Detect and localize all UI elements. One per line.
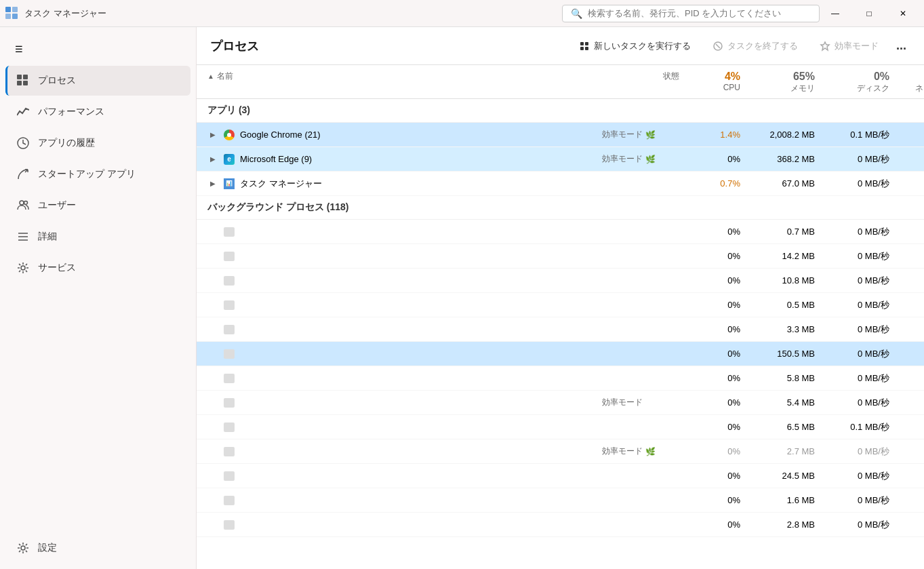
efficiency-mode-button[interactable]: 効率モード (811, 36, 887, 56)
process-table[interactable]: ▲ 名前 状態 4% CPU 65% メモリ 0% ディスク (197, 65, 924, 569)
table-row[interactable]: 効率モード 0% 5.4 MB 0 MB/秒 0 Mbps (197, 391, 924, 415)
table-row[interactable]: 0% 10.8 MB 0 MB/秒 0 Mbps (197, 269, 924, 293)
sidebar-item-services[interactable]: サービス (5, 253, 190, 283)
maximize-button[interactable]: □ (853, 3, 885, 24)
table-row[interactable]: 0% 0.7 MB 0 MB/秒 0 Mbps (197, 220, 924, 244)
end-task-button[interactable]: タスクを終了する (704, 36, 806, 56)
network-column-header[interactable]: 0% ネットワーク (895, 65, 924, 98)
chrome-process-name: Google Chrome (21) (240, 130, 321, 140)
tm-memory-val: 67.0 MB (746, 178, 820, 189)
tm-expand-button[interactable]: ▶ (207, 178, 218, 189)
chrome-status-cell: 効率モード 🌿 (597, 129, 685, 140)
sort-up-icon: ▲ (207, 73, 214, 80)
bg-name-cell-4 (197, 322, 597, 337)
edge-expand-button[interactable]: ▶ (207, 154, 218, 165)
content-header: プロセス 新しいタスクを実行する タスクを終了する 効率モード ... (197, 27, 924, 65)
disk-column-header[interactable]: 0% ディスク (820, 65, 895, 98)
tm-disk-val: 0 MB/秒 (820, 178, 895, 190)
bg-disk-val-0: 0 MB/秒 (820, 226, 895, 238)
tm-process-name: タスク マネージャー (240, 178, 322, 190)
sidebar-item-performance[interactable]: パフォーマンス (5, 97, 190, 127)
new-task-label: 新しいタスクを実行する (594, 40, 691, 52)
edge-name-cell: ▶ e Microsoft Edge (9) (197, 151, 597, 168)
status-col-label: 状態 (663, 71, 679, 82)
app-icon (5, 7, 19, 20)
sidebar-item-history[interactable]: アプリの履歴 (5, 128, 190, 158)
users-label: ユーザー (38, 199, 76, 212)
name-column-header[interactable]: ▲ 名前 (197, 65, 597, 98)
sidebar-item-settings[interactable]: 設定 (5, 533, 190, 563)
minimize-button[interactable]: — (820, 3, 851, 24)
new-task-button[interactable]: 新しいタスクを実行する (571, 36, 699, 56)
table-row[interactable]: 0% 0.5 MB 0 MB/秒 0 Mbps (197, 293, 924, 317)
page-title: プロセス (210, 38, 571, 54)
window-controls: — □ ✕ (820, 3, 919, 24)
edge-cpu-val: 0% (685, 154, 746, 164)
bg-network-val-10: 0 Mbps (895, 471, 924, 481)
bg-disk-val-7: 0 MB/秒 (820, 397, 895, 409)
startup-icon (16, 168, 30, 181)
bg-cpu-val-5: 0% (685, 349, 746, 359)
table-row[interactable]: 0% 150.5 MB 0 MB/秒 0 Mbps (197, 342, 924, 366)
table-row[interactable]: 0% 3.3 MB 0 MB/秒 0 Mbps (197, 317, 924, 342)
more-options-button[interactable]: ... (892, 35, 910, 57)
startup-label: スタートアップ アプリ (38, 168, 136, 180)
bg-cpu-val-9: 0% (685, 446, 746, 456)
network-label: ネットワーク (915, 83, 924, 94)
bg-disk-val-6: 0 MB/秒 (820, 372, 895, 385)
table-row[interactable]: 0% 6.5 MB 0.1 MB/秒 0 Mbps (197, 415, 924, 439)
efficiency-icon (820, 41, 830, 52)
bg-name-cell-2 (197, 273, 597, 288)
hamburger-menu-button[interactable]: ☰ (5, 35, 33, 62)
table-row[interactable]: 0% 14.2 MB 0 MB/秒 0 Mbps (197, 244, 924, 269)
apps-section-header: アプリ (3) (197, 99, 924, 123)
search-input[interactable] (588, 8, 811, 18)
status-column-header[interactable]: 状態 (597, 65, 685, 98)
bg-network-val-8: 0 Mbps (895, 422, 924, 432)
bg-cpu-val-3: 0% (685, 300, 746, 310)
bg-cpu-val-11: 0% (685, 495, 746, 505)
search-icon: 🔍 (571, 8, 582, 19)
sidebar-item-users[interactable]: ユーザー (5, 191, 190, 220)
table-row[interactable]: 0% 5.8 MB 0 MB/秒 0 Mbps (197, 366, 924, 391)
table-row[interactable]: ▶ Google Chrome (21) 効率モード 🌿 1.4% 2,008.… (197, 123, 924, 147)
table-row[interactable]: ▶ e Microsoft Edge (9) 効率モード 🌿 0% 368.2 … (197, 147, 924, 172)
memory-column-header[interactable]: 65% メモリ (746, 65, 820, 98)
svg-rect-2 (5, 14, 11, 19)
bg-name-cell-5 (197, 347, 597, 361)
more-icon: ... (896, 39, 906, 52)
app-title: タスク マネージャー (24, 7, 562, 20)
sidebar-item-startup[interactable]: スタートアップ アプリ (5, 159, 190, 189)
bg-cpu-val-6: 0% (685, 373, 746, 383)
bg-network-val-2: 0 Mbps (895, 275, 924, 286)
chrome-expand-button[interactable]: ▶ (207, 130, 218, 140)
details-icon (16, 230, 30, 243)
processes-label: プロセス (38, 75, 76, 87)
chrome-icon (224, 130, 235, 140)
name-col-label: 名前 (217, 71, 233, 82)
chrome-name-cell: ▶ Google Chrome (21) (197, 127, 597, 143)
content-area: プロセス 新しいタスクを実行する タスクを終了する 効率モード ... (197, 27, 924, 569)
edge-status-label: 効率モード (602, 153, 643, 165)
search-bar[interactable]: 🔍 (562, 5, 820, 22)
settings-icon (16, 541, 30, 555)
sidebar-item-details[interactable]: 詳細 (5, 222, 190, 252)
end-task-icon (712, 41, 723, 52)
bg-network-val-1: 0 Mbps (895, 251, 924, 261)
bg-name-cell-0 (197, 224, 597, 239)
edge-disk-val: 0 MB/秒 (820, 153, 895, 165)
close-button[interactable]: ✕ (887, 3, 919, 24)
table-row[interactable]: 0% 2.8 MB 0 MB/秒 0 Mbps (197, 513, 924, 537)
memory-pct: 65% (793, 71, 815, 83)
bg-disk-val-12: 0 MB/秒 (820, 519, 895, 531)
table-row[interactable]: 0% 1.6 MB 0 MB/秒 0 Mbps (197, 488, 924, 513)
table-row[interactable]: 効率モード🌿 0% 2.7 MB 0 MB/秒 0 Mbps (197, 439, 924, 464)
sidebar-item-processes[interactable]: プロセス (5, 66, 190, 96)
svg-rect-5 (23, 75, 28, 79)
cpu-column-header[interactable]: 4% CPU (685, 65, 746, 98)
table-row[interactable]: 0% 24.5 MB 0 MB/秒 0 Mbps (197, 464, 924, 488)
bg-name-cell-10 (197, 469, 597, 484)
svg-rect-1 (12, 7, 18, 12)
edge-network-val: 0 Mbps (895, 154, 924, 164)
table-row[interactable]: ▶ 📊 タスク マネージャー 0.7% 67.0 MB 0 MB/秒 0 Mbp… (197, 172, 924, 196)
